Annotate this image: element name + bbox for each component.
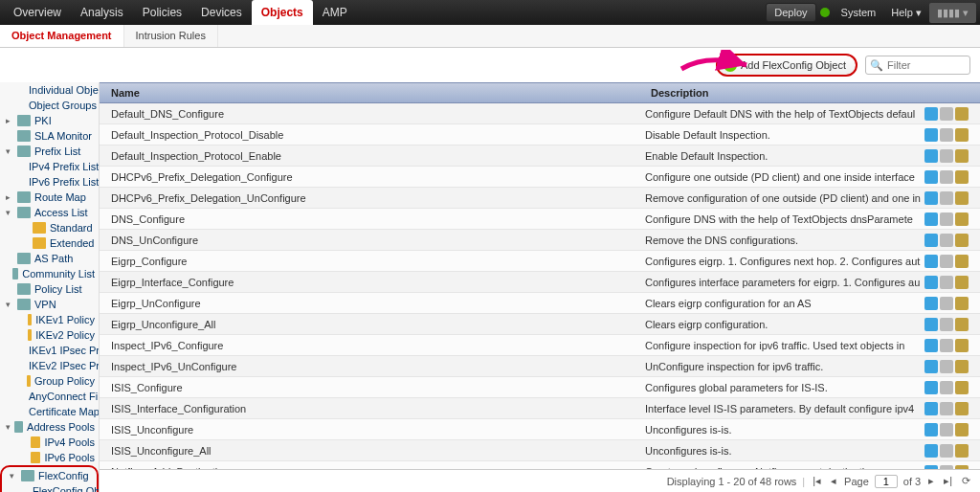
copy-icon[interactable] — [924, 170, 938, 184]
copy-icon[interactable] — [924, 339, 938, 352]
sidebar-item[interactable]: AS Path — [0, 251, 99, 266]
table-row[interactable]: Inspect_IPv6_ConfigureConfigure inspecti… — [100, 335, 980, 356]
view-icon[interactable] — [940, 107, 953, 121]
nav-help[interactable]: Help ▾ — [883, 3, 929, 23]
copy-icon[interactable] — [924, 191, 938, 205]
sidebar-item[interactable]: IPv4 Pools — [0, 435, 99, 450]
sidebar-item[interactable]: Group Policy — [0, 373, 99, 389]
edit-icon[interactable] — [955, 149, 969, 163]
edit-icon[interactable] — [955, 234, 969, 247]
table-row[interactable]: DHCPv6_Prefix_Delegation_ConfigureConfig… — [100, 167, 980, 188]
view-icon[interactable] — [940, 444, 953, 458]
sidebar-item[interactable]: ▾FlexConfig — [4, 468, 95, 483]
view-icon[interactable] — [940, 255, 953, 268]
column-header-name[interactable]: Name — [100, 87, 645, 99]
sidebar-item[interactable]: IKEv2 IPsec Proposal — [0, 358, 99, 373]
nav-devices[interactable]: Devices — [191, 0, 252, 25]
edit-icon[interactable] — [955, 107, 969, 121]
sidebar-item[interactable]: IPv6 Pools — [0, 450, 99, 465]
view-icon[interactable] — [940, 465, 953, 470]
sidebar-item[interactable]: Object Groups — [0, 98, 99, 113]
edit-icon[interactable] — [955, 444, 969, 458]
edit-icon[interactable] — [955, 381, 969, 394]
view-icon[interactable] — [940, 402, 953, 415]
copy-icon[interactable] — [924, 234, 938, 247]
pager-next-icon[interactable]: ▸ — [926, 475, 936, 487]
table-row[interactable]: DNS_ConfigureConfigure DNS with the help… — [100, 209, 980, 230]
edit-icon[interactable] — [955, 402, 969, 415]
tab-object-management[interactable]: Object Management — [0, 25, 124, 47]
nav-objects[interactable]: Objects — [252, 0, 313, 25]
sidebar-item[interactable]: IPv4 Prefix List — [0, 159, 99, 174]
sidebar-item[interactable]: ▾VPN — [0, 297, 99, 312]
view-icon[interactable] — [940, 318, 953, 331]
table-row[interactable]: Default_DNS_ConfigureConfigure Default D… — [100, 103, 980, 124]
copy-icon[interactable] — [924, 465, 938, 470]
pager-prev-icon[interactable]: ◂ — [829, 475, 838, 487]
copy-icon[interactable] — [924, 255, 938, 268]
nav-overview[interactable]: Overview — [4, 0, 71, 25]
sidebar-item[interactable]: IKEv1 Policy — [0, 312, 99, 327]
sidebar-item[interactable]: ▾Access List — [0, 205, 99, 220]
nav-policies[interactable]: Policies — [133, 0, 191, 25]
copy-icon[interactable] — [924, 360, 938, 373]
user-menu[interactable]: ▮▮▮▮ ▾ — [929, 3, 976, 23]
edit-icon[interactable] — [955, 318, 969, 331]
view-icon[interactable] — [940, 212, 953, 226]
edit-icon[interactable] — [955, 191, 969, 205]
column-header-description[interactable]: Description — [645, 87, 924, 99]
sidebar-item[interactable]: IPv6 Prefix List — [0, 174, 99, 190]
edit-icon[interactable] — [955, 339, 969, 352]
sidebar-item[interactable]: ▾Prefix List — [0, 144, 99, 159]
edit-icon[interactable] — [955, 423, 969, 436]
pager-first-icon[interactable]: |◂ — [811, 475, 823, 487]
nav-amp[interactable]: AMP — [313, 0, 357, 25]
view-icon[interactable] — [940, 360, 953, 373]
sidebar-item[interactable]: FlexConfig Object — [4, 483, 95, 492]
copy-icon[interactable] — [924, 128, 938, 142]
sidebar-item[interactable]: Individual Objects — [0, 82, 99, 98]
table-row[interactable]: DHCPv6_Prefix_Delegation_UnConfigureRemo… — [100, 188, 980, 209]
view-icon[interactable] — [940, 234, 953, 247]
sidebar-item[interactable]: ▾Address Pools — [0, 419, 99, 435]
sidebar-item[interactable]: Community List — [0, 266, 99, 281]
table-row[interactable]: Inspect_IPv6_UnConfigureUnConfigure insp… — [100, 356, 980, 377]
table-row[interactable]: ISIS_Unconfigure_AllUnconfigures is-is. — [100, 440, 980, 461]
table-row[interactable]: Netflow_Add_DestinationCreate and config… — [100, 461, 980, 469]
copy-icon[interactable] — [924, 212, 938, 226]
deploy-button[interactable]: Deploy — [766, 3, 815, 22]
view-icon[interactable] — [940, 276, 953, 289]
copy-icon[interactable] — [924, 107, 938, 121]
table-row[interactable]: ISIS_ConfigureConfigures global paramete… — [100, 377, 980, 398]
sidebar-item[interactable]: Extended — [0, 235, 99, 251]
table-row[interactable]: Eigrp_Interface_ConfigureConfigures inte… — [100, 272, 980, 293]
sidebar-item[interactable]: AnyConnect File — [0, 389, 99, 404]
filter-input[interactable] — [887, 59, 964, 71]
view-icon[interactable] — [940, 191, 953, 205]
add-flexconfig-object-button[interactable]: + Add FlexConfig Object — [716, 54, 858, 77]
edit-icon[interactable] — [955, 170, 969, 184]
view-icon[interactable] — [940, 423, 953, 436]
table-row[interactable]: ISIS_Interface_ConfigurationInterface le… — [100, 398, 980, 419]
pager-page-input[interactable] — [875, 475, 898, 488]
table-row[interactable]: DNS_UnConfigureRemove the DNS configurat… — [100, 230, 980, 251]
copy-icon[interactable] — [924, 444, 938, 458]
edit-icon[interactable] — [955, 212, 969, 226]
copy-icon[interactable] — [924, 149, 938, 163]
table-row[interactable]: Default_Inspection_Protocol_DisableDisab… — [100, 124, 980, 145]
sidebar-item[interactable]: Standard — [0, 220, 99, 235]
view-icon[interactable] — [940, 170, 953, 184]
sidebar-item[interactable]: SLA Monitor — [0, 128, 99, 144]
copy-icon[interactable] — [924, 423, 938, 436]
tab-intrusion-rules[interactable]: Intrusion Rules — [124, 25, 218, 47]
view-icon[interactable] — [940, 339, 953, 352]
pager-refresh-icon[interactable]: ⟳ — [960, 475, 972, 487]
pager-last-icon[interactable]: ▸| — [942, 475, 954, 487]
edit-icon[interactable] — [955, 297, 969, 310]
table-row[interactable]: Eigrp_Unconfigure_AllClears eigrp config… — [100, 314, 980, 335]
copy-icon[interactable] — [924, 402, 938, 415]
copy-icon[interactable] — [924, 297, 938, 310]
nav-analysis[interactable]: Analysis — [71, 0, 133, 25]
sidebar-item[interactable]: ▸Route Map — [0, 190, 99, 205]
table-row[interactable]: Default_Inspection_Protocol_EnableEnable… — [100, 145, 980, 167]
